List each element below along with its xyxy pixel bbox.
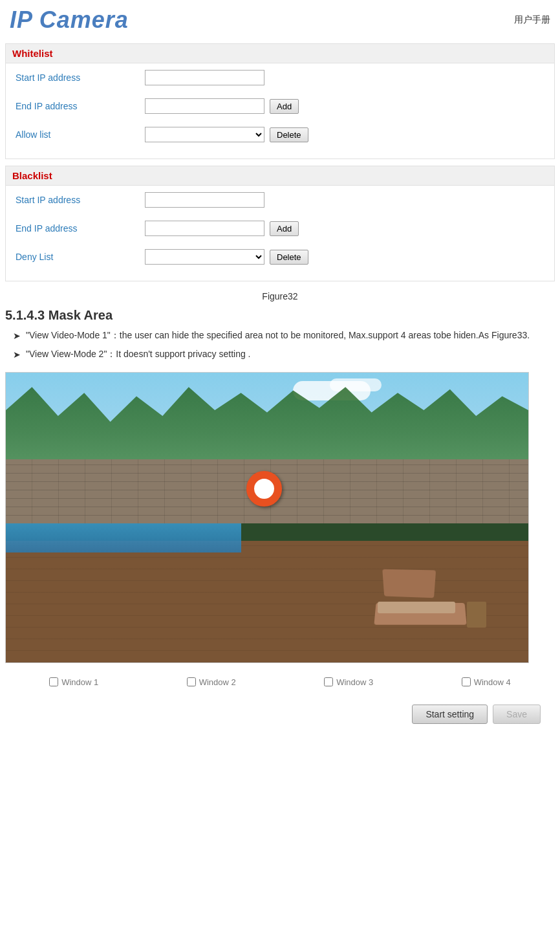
blacklist-end-ip-row: End IP address Add: [6, 214, 554, 243]
whitelist-delete-button[interactable]: Delete: [270, 127, 308, 142]
section-title: 5.1.4.3 Mask Area: [5, 308, 555, 323]
blacklist-add-button[interactable]: Add: [270, 221, 299, 236]
window1-label: Window 1: [61, 677, 98, 687]
blacklist-deny-list-select[interactable]: [145, 249, 264, 265]
whitelist-end-ip-row: End IP address Add: [6, 92, 554, 120]
life-ring: [246, 471, 282, 507]
window4-checkbox[interactable]: [462, 677, 471, 686]
blacklist-deny-list-row: Deny List Delete: [6, 243, 554, 271]
window3-checkbox[interactable]: [324, 677, 333, 686]
blacklist-end-ip-label: End IP address: [16, 223, 145, 234]
whitelist-allow-list-label: Allow list: [16, 129, 145, 140]
manual-text: 用户手册: [514, 14, 550, 26]
checkbox-window4[interactable]: Window 4: [462, 677, 511, 687]
blacklist-delete-button[interactable]: Delete: [270, 250, 308, 265]
save-button[interactable]: Save: [493, 705, 541, 724]
figure-caption: Figure32: [0, 291, 560, 301]
blacklist-deny-list-label: Deny List: [16, 252, 145, 262]
chair-cushion: [378, 602, 455, 613]
camera-image: [5, 372, 529, 663]
checkbox-window2[interactable]: Window 2: [187, 677, 236, 687]
bullet-arrow-1: ➤: [13, 329, 21, 343]
logo: IP Camera: [10, 6, 129, 34]
window2-checkbox[interactable]: [187, 677, 196, 686]
whitelist-end-ip-input[interactable]: [145, 98, 264, 114]
window1-checkbox[interactable]: [49, 677, 58, 686]
window3-label: Window 3: [336, 677, 373, 687]
blacklist-section: Blacklist Start IP address End IP addres…: [5, 166, 555, 281]
whitelist-end-ip-label: End IP address: [16, 101, 145, 111]
pool-water: [6, 523, 241, 552]
whitelist-header: Whitelist: [6, 44, 554, 63]
checkbox-row: Window 1 Window 2 Window 3 Window 4: [0, 670, 560, 695]
checkbox-window1[interactable]: Window 1: [49, 677, 98, 687]
whitelist-add-button[interactable]: Add: [270, 99, 299, 114]
start-setting-button[interactable]: Start setting: [412, 705, 488, 724]
whitelist-start-ip-row: Start IP address: [6, 63, 554, 92]
checkbox-window3[interactable]: Window 3: [324, 677, 373, 687]
blacklist-start-ip-input[interactable]: [145, 192, 264, 208]
bullet-text-2: "View View-Mode 2"：It doesn't support pr…: [26, 347, 250, 361]
bullet-item-2: ➤ "View View-Mode 2"：It doesn't support …: [13, 347, 555, 362]
window2-label: Window 2: [199, 677, 236, 687]
whitelist-start-ip-input[interactable]: [145, 70, 264, 85]
cloud-2: [330, 378, 382, 391]
bottom-buttons: Start setting Save: [0, 698, 560, 730]
whitelist-start-ip-label: Start IP address: [16, 72, 145, 83]
window4-label: Window 4: [474, 677, 511, 687]
bullet-arrow-2: ➤: [13, 347, 21, 362]
blacklist-start-ip-label: Start IP address: [16, 195, 145, 205]
whitelist-section: Whitelist Start IP address End IP addres…: [5, 43, 555, 159]
bullet-item-1: ➤ "View Video-Mode 1"：the user can hide …: [13, 328, 555, 343]
blacklist-end-ip-input[interactable]: [145, 221, 264, 236]
whitelist-allow-list-select[interactable]: [145, 127, 264, 142]
blacklist-header: Blacklist: [6, 166, 554, 186]
bullet-text-1: "View Video-Mode 1"：the user can hide th…: [26, 328, 530, 342]
blacklist-start-ip-row: Start IP address: [6, 186, 554, 214]
whitelist-allow-list-row: Allow list Delete: [6, 120, 554, 149]
side-table: [467, 602, 486, 628]
deck-chair-back: [382, 569, 436, 598]
header: IP Camera 用户手册: [0, 0, 560, 37]
